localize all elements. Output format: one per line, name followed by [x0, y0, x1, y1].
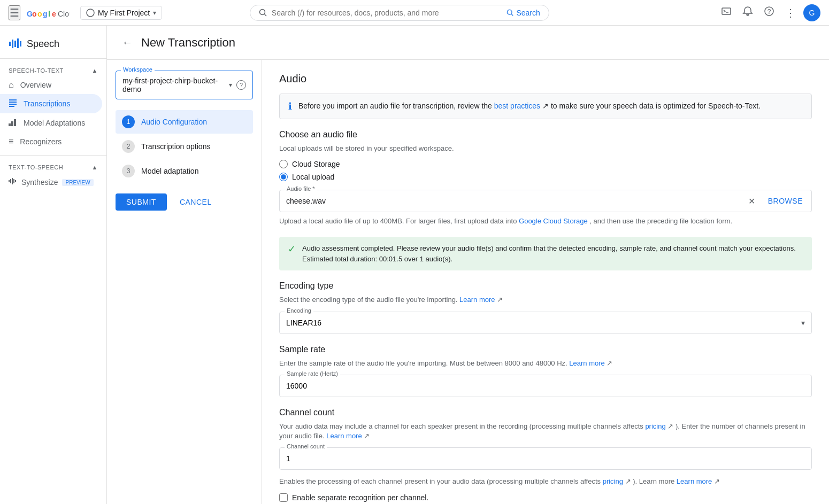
svg-rect-17	[12, 40, 13, 48]
sidebar-item-transcriptions[interactable]: Transcriptions	[0, 94, 102, 113]
chevron-up-icon-tts: ▲	[92, 164, 98, 170]
more-options-button[interactable]: ⋮	[782, 3, 799, 22]
channel-processing-help: Enables the processing of each channel p…	[279, 476, 812, 487]
cloud-storage-radio[interactable]	[279, 160, 288, 168]
svg-text:e: e	[52, 10, 56, 18]
separate-recognition-checkbox-group: Enable separate recognition per channel.	[279, 493, 812, 502]
model-icon	[9, 118, 17, 126]
encoding-dropdown-icon: ▾	[795, 312, 811, 334]
svg-rect-30	[12, 178, 13, 184]
svg-rect-12	[722, 8, 731, 14]
svg-rect-28	[9, 180, 10, 182]
search-input[interactable]	[272, 9, 503, 17]
svg-text:l: l	[48, 10, 50, 18]
svg-rect-18	[14, 41, 16, 47]
channel-learn-more-link[interactable]: Learn more	[677, 477, 712, 485]
local-upload-label: Local upload	[292, 173, 334, 181]
chevron-up-icon: ▲	[92, 67, 98, 74]
local-upload-option[interactable]: Local upload	[279, 173, 812, 181]
separate-recognition-label: Enable separate recognition per channel.	[292, 493, 428, 502]
right-panel: Audio ℹ Before you import an audio file …	[262, 60, 829, 504]
audio-section-title: Audio	[279, 73, 812, 85]
notifications-button[interactable]	[739, 3, 756, 22]
bell-icon	[742, 6, 753, 17]
step-2-transcription-options[interactable]: 2 Transcription options	[116, 135, 253, 158]
encoding-field-label: Encoding	[285, 307, 313, 314]
browse-button[interactable]: BROWSE	[759, 190, 811, 212]
transcriptions-list-icon	[9, 98, 17, 107]
overview-label: Overview	[20, 81, 51, 89]
submit-button[interactable]: SUBMIT	[116, 193, 167, 211]
encoding-type-section: Encoding type Select the encoding type o…	[279, 281, 812, 334]
model-adaptations-label: Model Adaptations	[24, 119, 85, 127]
svg-point-7	[87, 9, 94, 17]
channel-count-input[interactable]	[279, 447, 812, 470]
step-1-audio-configuration[interactable]: 1 Audio Configuration	[116, 110, 253, 134]
app-title: Speech	[27, 38, 59, 50]
sample-rate-input[interactable]	[279, 375, 812, 397]
encoding-select[interactable]: LINEAR16 FLAC MULAW	[280, 312, 795, 334]
success-banner: ✓ Audio assessment completed. Please rev…	[279, 237, 812, 270]
google-cloud-logo: G o o g l e Cloud	[27, 6, 70, 20]
app-header: Speech	[0, 30, 106, 59]
channel-count-help: Your audio data may include a channel fo…	[279, 422, 812, 441]
waveform-icon	[9, 36, 21, 49]
search-icon	[506, 9, 514, 17]
audio-file-input-group: cheese.wav ✕ BROWSE	[279, 190, 812, 212]
console-icon-button[interactable]	[718, 3, 735, 22]
search-button[interactable]: Search	[506, 9, 540, 17]
pricing-link-2[interactable]: pricing	[603, 477, 623, 485]
sidebar-item-overview[interactable]: ⌂ Overview	[0, 76, 102, 94]
project-selector[interactable]: My First Project ▾	[80, 6, 162, 20]
action-buttons: SUBMIT CANCEL	[116, 193, 253, 211]
workspace-help-icon[interactable]: ?	[236, 80, 246, 90]
waveform-small-icon	[9, 177, 17, 185]
main-content: ← New Transcription Workspace my-first-p…	[107, 26, 829, 504]
svg-text:?: ?	[767, 8, 771, 15]
svg-line-9	[264, 14, 266, 16]
step-1-label: Audio Configuration	[141, 118, 207, 126]
sidebar-item-synthesize[interactable]: Synthesize PREVIEW	[0, 173, 102, 192]
best-practices-link[interactable]: best practices	[494, 102, 540, 110]
sidebar-item-recognizers[interactable]: ≡ Recognizers	[0, 133, 102, 151]
project-name: My First Project	[98, 9, 150, 17]
sidebar-item-model-adaptations[interactable]: Model Adaptations	[0, 113, 102, 133]
pricing-link-1[interactable]: pricing	[645, 422, 665, 430]
google-cloud-storage-link[interactable]: Google Cloud Storage	[519, 217, 588, 225]
channel-count-learn-more-link[interactable]: Learn more	[326, 432, 362, 440]
encoding-learn-more-link[interactable]: Learn more	[459, 296, 495, 304]
search-bar: Search	[250, 5, 549, 21]
nav-icons: ? ⋮ G	[718, 3, 820, 22]
local-uploads-help: Local uploads will be stored in your spe…	[279, 144, 812, 153]
two-column-layout: Workspace my-first-project-chirp-bucket-…	[107, 60, 829, 504]
svg-rect-24	[9, 106, 14, 107]
workspace-selector: Workspace my-first-project-chirp-bucket-…	[116, 71, 253, 99]
step-3-model-adaptation[interactable]: 3 Model adaptation	[116, 159, 253, 183]
separate-recognition-checkbox[interactable]	[279, 493, 288, 502]
project-icon	[86, 9, 95, 17]
speech-to-text-label[interactable]: Speech-to-Text ▲	[0, 63, 106, 76]
model-adaptations-icon	[9, 118, 17, 128]
cancel-button[interactable]: CANCEL	[173, 193, 218, 211]
svg-point-10	[508, 10, 512, 14]
hamburger-menu-button[interactable]: ☰	[9, 5, 20, 20]
sample-rate-learn-more-link[interactable]: Learn more	[569, 359, 604, 367]
project-dropdown-icon: ▾	[153, 9, 156, 17]
channel-count-title: Channel count	[279, 408, 812, 417]
info-text: Before you import an audio file for tran…	[298, 100, 761, 112]
help-button[interactable]: ?	[761, 3, 778, 22]
clear-file-button[interactable]: ✕	[744, 192, 759, 211]
encoding-select-wrapper: Encoding LINEAR16 FLAC MULAW ▾	[279, 312, 812, 334]
back-button[interactable]: ←	[120, 34, 135, 51]
workspace-dropdown[interactable]: my-first-project-chirp-bucket-demo ▾ ?	[116, 71, 253, 99]
svg-rect-23	[9, 104, 17, 105]
avatar[interactable]: G	[803, 4, 820, 21]
sidebar-section-text-to-speech: Text-to-Speech ▲ Synthesize PREVIEW	[0, 160, 106, 192]
cloud-storage-option[interactable]: Cloud Storage	[279, 160, 812, 168]
synthesize-icon	[9, 177, 17, 188]
local-upload-radio[interactable]	[279, 173, 288, 181]
channel-count-section: Channel count Your audio data may includ…	[279, 408, 812, 502]
text-to-speech-label[interactable]: Text-to-Speech ▲	[0, 160, 106, 173]
info-banner: ℹ Before you import an audio file for tr…	[279, 94, 812, 119]
left-panel: Workspace my-first-project-chirp-bucket-…	[107, 60, 262, 504]
